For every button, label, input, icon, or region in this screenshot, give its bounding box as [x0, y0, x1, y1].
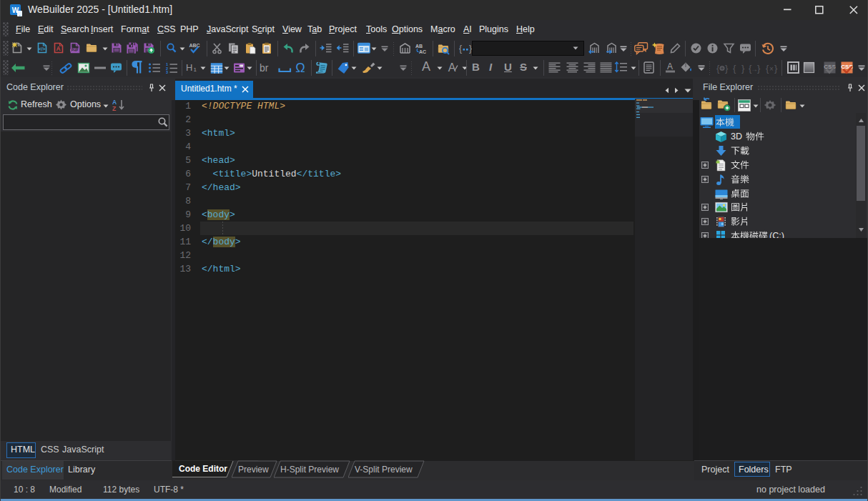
svg-text:{: {: [459, 44, 462, 54]
svg-text:→: →: [751, 65, 758, 73]
svg-text:H: H: [186, 62, 192, 73]
svg-text:}: }: [725, 63, 729, 74]
svg-text:{: {: [733, 63, 736, 74]
svg-text:W: W: [12, 6, 19, 14]
svg-text:A: A: [448, 61, 456, 74]
svg-text:{: {: [716, 63, 720, 74]
svg-text:</>: </>: [39, 46, 46, 51]
svg-text:br: br: [260, 62, 269, 74]
svg-text:Z: Z: [112, 105, 116, 111]
svg-text:AB: AB: [415, 44, 423, 49]
svg-text:3: 3: [166, 70, 168, 74]
svg-text:Ω: Ω: [295, 61, 305, 74]
svg-text:A: A: [56, 45, 61, 52]
svg-text:AC: AC: [419, 49, 426, 54]
svg-text:A: A: [667, 61, 673, 71]
svg-text:1: 1: [194, 66, 197, 73]
svg-text:×: ×: [769, 65, 774, 73]
svg-text:PHP: PHP: [71, 49, 78, 52]
svg-text:A: A: [422, 60, 430, 73]
svg-text:}: }: [774, 63, 778, 74]
svg-text:}: }: [741, 63, 745, 74]
